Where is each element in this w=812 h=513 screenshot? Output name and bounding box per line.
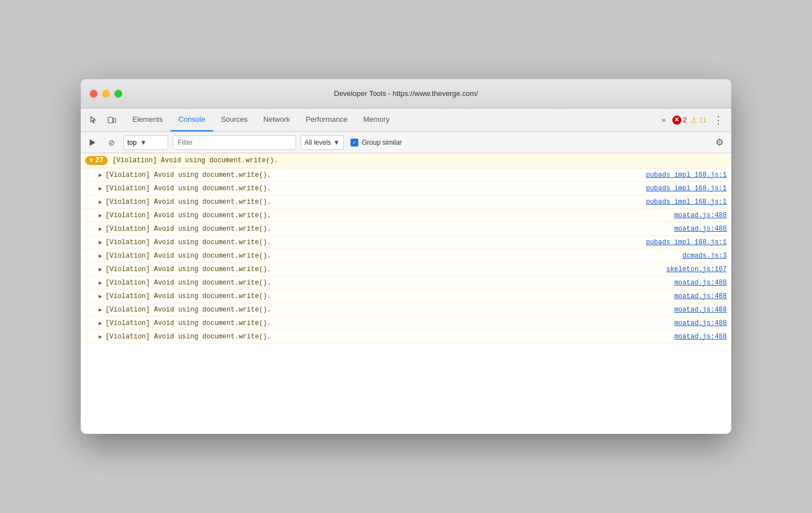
device-icon <box>107 116 116 125</box>
devtools-menu-button[interactable]: ⋮ <box>710 112 727 129</box>
row-message: [Violation] Avoid using document.write()… <box>105 292 674 300</box>
row-message: [Violation] Avoid using document.write()… <box>105 279 674 287</box>
row-expand-icon[interactable]: ▶ <box>99 320 102 327</box>
table-row: ▶ [Violation] Avoid using document.write… <box>81 317 731 330</box>
error-badge: ✕ 2 <box>672 116 687 125</box>
group-similar-checkbox[interactable]: ✓ <box>350 139 358 146</box>
table-row: ▶ [Violation] Avoid using document.write… <box>81 236 731 249</box>
row-source[interactable]: moatad.js:488 <box>674 333 727 341</box>
violation-group-header: ▼ 27 [Violation] Avoid using document.wr… <box>81 153 731 168</box>
row-source[interactable]: dcmads.js:3 <box>682 252 727 260</box>
row-source[interactable]: moatad.js:488 <box>674 212 727 219</box>
row-message: [Violation] Avoid using document.write()… <box>105 198 646 206</box>
tab-elements[interactable]: Elements <box>124 108 170 131</box>
traffic-lights <box>90 90 122 98</box>
main-tabs: Elements Console Sources Network Perform… <box>124 108 658 131</box>
row-message: [Violation] Avoid using document.write()… <box>105 185 646 193</box>
row-expand-icon[interactable]: ▶ <box>99 212 102 219</box>
warn-badge: ⚠ 11 <box>690 116 707 125</box>
context-dropdown-arrow: ▼ <box>140 139 147 146</box>
tab-memory[interactable]: Memory <box>356 108 398 131</box>
row-source[interactable]: pubads_impl_168.js:1 <box>646 239 727 246</box>
row-message: [Violation] Avoid using document.write()… <box>105 333 674 341</box>
table-row: ▶ [Violation] Avoid using document.write… <box>81 303 731 317</box>
group-similar-label: Group similar <box>362 139 402 146</box>
row-expand-icon[interactable]: ▶ <box>99 306 102 313</box>
play-icon <box>88 138 97 147</box>
violation-count-badge[interactable]: ▼ 27 <box>85 156 108 165</box>
row-source[interactable]: moatad.js:488 <box>674 292 727 300</box>
row-message: [Violation] Avoid using document.write()… <box>105 265 666 273</box>
device-mode-button[interactable] <box>103 112 120 129</box>
row-source[interactable]: moatad.js:488 <box>674 225 727 233</box>
console-settings-button[interactable]: ⚙ <box>712 135 727 150</box>
svg-rect-0 <box>108 117 113 123</box>
levels-dropdown-arrow: ▼ <box>333 139 340 146</box>
log-levels-selector[interactable]: All levels ▼ <box>301 135 344 150</box>
tab-console[interactable]: Console <box>170 108 213 131</box>
table-row: ▶ [Violation] Avoid using document.write… <box>81 195 731 209</box>
row-expand-icon[interactable]: ▶ <box>99 185 102 192</box>
table-row: ▶ [Violation] Avoid using document.write… <box>81 330 731 343</box>
console-toolbar: ⊘ top ▼ All levels ▼ ✓ Group similar ⚙ <box>81 132 731 153</box>
row-expand-icon[interactable]: ▶ <box>99 172 102 178</box>
filter-input[interactable] <box>173 135 296 150</box>
inspect-element-button[interactable] <box>85 112 102 129</box>
table-row: ▶ [Violation] Avoid using document.write… <box>81 290 731 303</box>
row-expand-icon[interactable]: ▶ <box>99 253 102 259</box>
context-selector[interactable]: top ▼ <box>123 135 168 150</box>
table-row: ▶ [Violation] Avoid using document.write… <box>81 168 731 182</box>
table-row: ▶ [Violation] Avoid using document.write… <box>81 222 731 236</box>
tab-sources[interactable]: Sources <box>213 108 256 131</box>
row-expand-icon[interactable]: ▶ <box>99 266 102 273</box>
close-button[interactable] <box>90 90 98 98</box>
group-similar-control: ✓ Group similar <box>350 139 402 146</box>
row-expand-icon[interactable]: ▶ <box>99 333 102 340</box>
row-message: [Violation] Avoid using document.write()… <box>105 239 646 246</box>
row-source[interactable]: moatad.js:488 <box>674 279 727 287</box>
row-source[interactable]: pubads_impl_168.js:1 <box>646 171 727 179</box>
tab-network[interactable]: Network <box>256 108 298 131</box>
more-tabs-button[interactable]: » <box>658 114 669 125</box>
console-output: ▼ 27 [Violation] Avoid using document.wr… <box>81 153 731 434</box>
table-row: ▶ [Violation] Avoid using document.write… <box>81 249 731 263</box>
clear-console-button[interactable] <box>85 135 100 150</box>
row-expand-icon[interactable]: ▶ <box>99 280 102 286</box>
collapse-arrow: ▼ <box>90 158 93 164</box>
maximize-button[interactable] <box>114 90 122 98</box>
row-source[interactable]: moatad.js:488 <box>674 306 727 314</box>
row-expand-icon[interactable]: ▶ <box>99 199 102 205</box>
devtools-window: Developer Tools - https://www.theverge.c… <box>81 79 731 434</box>
window-title: Developer Tools - https://www.theverge.c… <box>334 89 478 98</box>
row-message: [Violation] Avoid using document.write()… <box>105 212 674 219</box>
svg-rect-1 <box>113 118 116 122</box>
cursor-icon <box>89 116 98 125</box>
table-row: ▶ [Violation] Avoid using document.write… <box>81 182 731 195</box>
minimize-button[interactable] <box>102 90 110 98</box>
row-message: [Violation] Avoid using document.write()… <box>105 319 674 327</box>
row-message: [Violation] Avoid using document.write()… <box>105 171 646 179</box>
row-message: [Violation] Avoid using document.write()… <box>105 306 674 314</box>
error-icon: ✕ <box>672 116 681 125</box>
table-row: ▶ [Violation] Avoid using document.write… <box>81 276 731 290</box>
row-expand-icon[interactable]: ▶ <box>99 239 102 246</box>
table-row: ▶ [Violation] Avoid using document.write… <box>81 263 731 276</box>
row-expand-icon[interactable]: ▶ <box>99 226 102 232</box>
group-header-message: [Violation] Avoid using document.write()… <box>112 157 278 164</box>
tab-performance[interactable]: Performance <box>298 108 355 131</box>
row-source[interactable]: pubads_impl_168.js:1 <box>646 198 727 206</box>
row-source[interactable]: moatad.js:488 <box>674 319 727 327</box>
row-expand-icon[interactable]: ▶ <box>99 293 102 300</box>
svg-marker-2 <box>90 139 95 146</box>
tabs-right-section: » ✕ 2 ⚠ 11 ⋮ <box>658 108 727 131</box>
block-button[interactable]: ⊘ <box>104 135 119 150</box>
titlebar: Developer Tools - https://www.theverge.c… <box>81 79 731 108</box>
tabs-bar: Elements Console Sources Network Perform… <box>81 108 731 132</box>
row-message: [Violation] Avoid using document.write()… <box>105 225 674 233</box>
row-source[interactable]: pubads_impl_168.js:1 <box>646 185 727 193</box>
devtools-icons <box>85 108 120 131</box>
table-row: ▶ [Violation] Avoid using document.write… <box>81 209 731 222</box>
row-source[interactable]: skeleton.js:167 <box>666 265 727 273</box>
warn-icon: ⚠ <box>690 116 698 125</box>
row-message: [Violation] Avoid using document.write()… <box>105 252 682 260</box>
